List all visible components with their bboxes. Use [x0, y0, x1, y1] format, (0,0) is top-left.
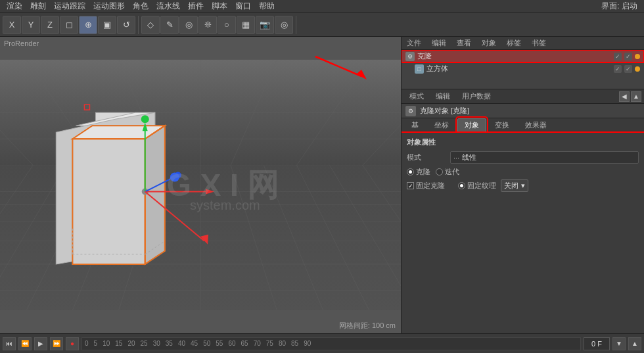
- tl-60: 60: [225, 340, 238, 347]
- om-tab-view[interactable]: 查看: [454, 37, 474, 49]
- radio-clone[interactable]: 克隆: [407, 167, 430, 177]
- om-tab-tag[interactable]: 标签: [504, 37, 524, 49]
- checkbox-fixed-clone[interactable]: 固定克隆: [407, 181, 445, 191]
- props-subtab-basic[interactable]: 基: [404, 118, 426, 132]
- toolbar-light-btn[interactable]: ◎: [275, 16, 293, 34]
- prop-radio-row-clone: 克隆 迭代: [404, 166, 641, 178]
- menu-plugins[interactable]: 插件: [184, 1, 208, 12]
- tl-85: 85: [288, 340, 301, 347]
- om-tab-bookmark[interactable]: 书签: [529, 37, 549, 49]
- checkbox-row-fixed: 固定克隆 固定纹理 关闭 ▾: [404, 178, 641, 193]
- tl-90: 90: [301, 340, 313, 347]
- menu-help[interactable]: 帮助: [255, 1, 279, 12]
- props-subtab-object[interactable]: 对象: [457, 118, 486, 132]
- nav-step-down[interactable]: ▼: [612, 337, 626, 350]
- props-tab-edit[interactable]: 编辑: [430, 90, 455, 103]
- viewport-grid: [0, 37, 401, 333]
- toolbar: X Y Z ◻ ⊕ ▣ ↺ ◇ ✎ ◎ ❊ ○ ▦ 📷 ◎: [0, 13, 644, 37]
- toolbar-y-btn[interactable]: Y: [22, 16, 40, 34]
- right-panel: 文件 编辑 查看 对象 标签 书签 ⚙ 克隆 ✓ ✓ □ 立方体 ✓ ✓: [401, 37, 644, 333]
- toolbar-camera-btn[interactable]: 📷: [256, 16, 274, 34]
- toolbar-scale-btn[interactable]: ▣: [98, 16, 116, 34]
- properties-panel: 模式 编辑 用户数据 ◀ ▲ ⚙ 克隆对象 [克隆] 基 坐标 对象 变换 效果…: [402, 89, 644, 333]
- grid-info: 网格间距: 100 cm: [339, 321, 396, 331]
- fixed-clone-box: [407, 182, 414, 189]
- panel-nav-left[interactable]: ◀: [619, 91, 630, 102]
- tl-30: 30: [150, 340, 163, 347]
- timeline-track[interactable]: 0 5 10 15 20 25 30 35 40 45 50 55 60 65 …: [81, 337, 581, 350]
- panel-nav: ◀ ▲: [619, 91, 641, 102]
- tl-40: 40: [175, 340, 188, 347]
- fixed-clone-label: 固定克隆: [416, 181, 445, 191]
- tl-20: 20: [125, 340, 137, 347]
- dropdown-value: 关闭: [504, 181, 518, 191]
- props-subtab-transform[interactable]: 变换: [488, 118, 517, 132]
- clone-name: 克隆: [417, 51, 611, 61]
- toolbar-obj-mode-btn[interactable]: ◻: [60, 16, 78, 34]
- props-subtab-coord[interactable]: 坐标: [427, 118, 456, 132]
- fixed-spline-label: 固定纹理: [467, 181, 496, 191]
- toolbar-move-btn[interactable]: ⊕: [79, 16, 97, 34]
- om-tab-object[interactable]: 对象: [479, 37, 499, 49]
- toolbar-rotate-btn[interactable]: ↺: [117, 16, 135, 34]
- props-section-title: 对象属性: [404, 135, 641, 149]
- fixed-spline-circle: [458, 182, 465, 189]
- bottom-bar: ⏮ ⏪ ▶ ⏩ ● 0 5 10 15 20 25 30 35 40 45 50…: [0, 333, 644, 353]
- tl-75: 75: [264, 340, 276, 347]
- nav-prev[interactable]: ⏪: [18, 337, 32, 350]
- nav-step-up[interactable]: ▲: [628, 337, 641, 350]
- cube-vis-editor[interactable]: ✓: [614, 65, 622, 73]
- frame-input[interactable]: [584, 337, 610, 350]
- toolbar-magnet-btn[interactable]: ◎: [179, 16, 198, 34]
- svg-marker-33: [72, 139, 145, 264]
- om-tab-file[interactable]: 文件: [404, 37, 424, 49]
- radio-iterate-label: 迭代: [445, 167, 459, 177]
- cube-vis-render[interactable]: ✓: [624, 65, 632, 73]
- menu-window[interactable]: 窗口: [231, 1, 255, 12]
- props-tab-mode[interactable]: 模式: [404, 90, 429, 103]
- toolbar-flower-btn[interactable]: ❊: [198, 16, 217, 34]
- nav-record[interactable]: ●: [66, 337, 79, 350]
- radio-iterate[interactable]: 迭代: [436, 167, 459, 177]
- props-subtab-effectors[interactable]: 效果器: [518, 118, 554, 132]
- toolbar-group-tools: ◇ ✎ ◎ ❊ ○ ▦ 📷 ◎: [141, 16, 296, 34]
- om-tab-edit[interactable]: 编辑: [429, 37, 449, 49]
- menu-mograph[interactable]: 运动图形: [89, 1, 129, 12]
- panel-nav-up[interactable]: ▲: [631, 91, 641, 102]
- menu-script[interactable]: 脚本: [208, 1, 231, 12]
- menu-motion-track[interactable]: 运动跟踪: [50, 1, 89, 12]
- clone-vis-editor[interactable]: ✓: [614, 53, 622, 60]
- viewport-label: ProRender: [4, 39, 39, 47]
- nav-play[interactable]: ▶: [34, 337, 47, 350]
- clone-dot: [635, 54, 640, 59]
- tl-55: 55: [213, 340, 225, 347]
- clone-vis-render[interactable]: ✓: [624, 53, 632, 60]
- menu-render[interactable]: 渲染: [3, 1, 26, 12]
- fixed-spline-dropdown[interactable]: 关闭 ▾: [501, 179, 528, 192]
- menu-pipeline[interactable]: 流水线: [152, 1, 184, 12]
- prop-label-mode: 模式: [407, 153, 446, 162]
- props-header: ⚙ 克隆对象 [克隆]: [402, 104, 644, 118]
- checkbox-fixed-spline[interactable]: 固定纹理 关闭 ▾: [458, 179, 528, 192]
- menu-sculpt[interactable]: 雕刻: [26, 1, 50, 12]
- toolbar-x-btn[interactable]: X: [3, 16, 21, 34]
- toolbar-grid-btn[interactable]: ▦: [237, 16, 255, 34]
- toolbar-circle-btn[interactable]: ○: [218, 16, 236, 34]
- props-tab-userdata[interactable]: 用户数据: [457, 90, 496, 103]
- clone-icon: ⚙: [405, 52, 415, 61]
- prop-value-mode[interactable]: ··· 线性: [450, 151, 639, 164]
- svg-point-48: [141, 115, 149, 123]
- nav-next[interactable]: ⏩: [50, 337, 63, 350]
- toolbar-z-btn[interactable]: Z: [41, 16, 59, 34]
- list-item-cube[interactable]: □ 立方体 ✓ ✓: [402, 62, 644, 75]
- prop-row-mode: 模式 ··· 线性: [404, 149, 641, 166]
- viewport[interactable]: ProRender: [0, 37, 401, 333]
- tl-45: 45: [188, 340, 200, 347]
- svg-point-49: [170, 172, 179, 181]
- nav-prev-prev[interactable]: ⏮: [3, 337, 16, 350]
- toolbar-paint-btn[interactable]: ✎: [160, 16, 179, 34]
- list-item-clone[interactable]: ⚙ 克隆 ✓ ✓: [402, 50, 644, 62]
- menu-character[interactable]: 角色: [129, 1, 152, 12]
- radio-clone-circle: [407, 168, 414, 176]
- toolbar-select-btn[interactable]: ◇: [141, 16, 160, 34]
